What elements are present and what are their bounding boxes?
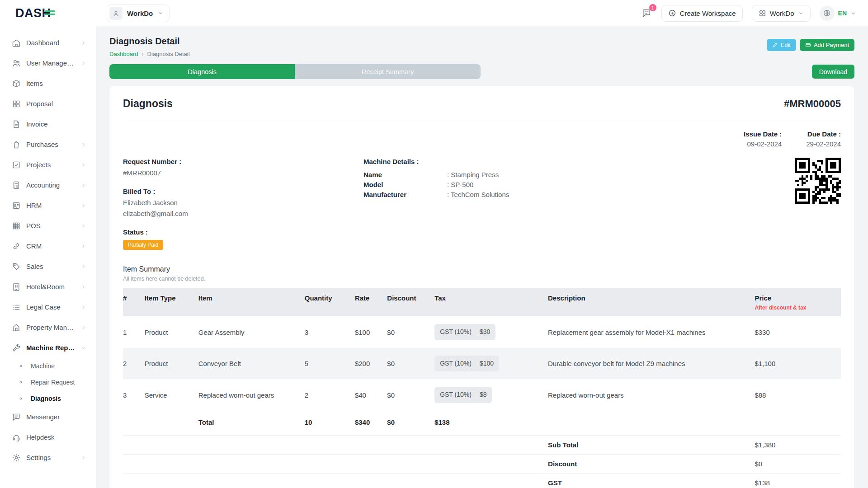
sidebar-item-items[interactable]: Items [5,73,91,94]
sidebar: DASH Dashboard User Management Items [0,0,96,488]
items-table-header: # Item Type Item Quantity Rate Discount … [123,288,841,317]
invoice-icon [12,120,21,129]
card-body: Issue Date : 09-02-2024 Due Date : 29-02… [109,121,854,488]
chevron-right-icon [80,182,87,188]
breadcrumb-current: Diagnosis Detail [147,51,190,57]
hrm-icon [12,201,21,210]
sidebar-item-hotel-room[interactable]: Hotel&Room [5,277,91,297]
machine-detail-row: Name : Stamping Press [363,171,790,178]
topbar-right: 1 Create Workspace WorkDo [641,5,856,22]
main-column: WorkDo 1 Create Workspace WorkDo [96,0,868,488]
tab-diagnosis[interactable]: Diagnosis [109,64,295,79]
dot-icon [16,394,25,403]
edit-button[interactable]: Edit [767,39,796,51]
col-tax: Tax [434,293,548,303]
machine-details-column: Machine Details : Name : Stamping Press [363,158,790,201]
sidebar-item-sales[interactable]: Sales [5,256,91,277]
issue-date-label: Issue Date : [744,130,782,138]
sidebar-item-settings[interactable]: Settings [5,447,91,468]
request-number-label: Request Number : [123,158,363,165]
chevron-right-icon [80,40,87,46]
card-header: Diagnosis #MRM00005 [123,86,841,121]
cell-description: Durable conveyor belt for Model-Z9 machi… [548,359,755,368]
cell-discount: $0 [387,359,434,368]
cell-rate: $200 [355,359,387,368]
tab-receipt-summary[interactable]: Receipt Summary [295,64,480,79]
sidebar-item-legal-case[interactable]: Legal Case [5,297,91,317]
cell-no: 1 [123,328,145,337]
due-date-block: Due Date : 29-02-2024 [806,130,841,148]
credit-card-icon [805,42,811,48]
machine-detail-row: Model : SP-500 [363,181,790,188]
sidebar-item-accounting[interactable]: Accounting [5,175,91,195]
sidebar-item-machine[interactable]: Machine [5,358,91,374]
user-management-icon [12,59,21,68]
workspace-label: WorkDo [127,9,153,17]
total-label: Total [198,418,305,427]
tabs: Diagnosis Receipt Summary [109,64,481,79]
document-number: #MRM00005 [784,98,841,110]
plus-circle-icon [668,9,676,17]
page-actions: Edit Add Payment [767,39,854,51]
col-price: Price After discount & tax [755,293,841,312]
create-workspace-button[interactable]: Create Workspace [661,5,743,22]
add-payment-button[interactable]: Add Payment [800,39,854,51]
sidebar-item-repair-request[interactable]: Repair Request [5,374,91,390]
sidebar-item-proposal[interactable]: Proposal [5,94,91,114]
col-quantity: Quantity [305,293,355,303]
messages-button[interactable]: 1 [641,7,652,19]
cell-item-type: Product [145,328,198,337]
col-item: Item [198,293,305,303]
items-table-body: 1 Product Gear Assembly 3 $100 $0 GST (1… [123,316,841,411]
issue-date-value: 09-02-2024 [744,140,782,148]
cell-price: $330 [755,328,841,337]
dot-icon [16,378,25,387]
app-root: DASH Dashboard User Management Items [0,0,868,488]
dot-icon [16,361,25,371]
helpdesk-icon [12,433,21,442]
workspace-selector[interactable]: WorkDo [107,5,170,22]
sidebar-item-crm[interactable]: CRM [5,236,91,256]
sidebar-nav: Dashboard User Management Items [0,26,96,488]
table-row: 2 Product Conveyor Belt 5 $200 $0 GST (1… [123,348,841,380]
breadcrumb: Dashboard › Diagnosis Detail [109,51,190,57]
billed-to-label: Billed To : [123,188,363,195]
sidebar-item-dashboard[interactable]: Dashboard [5,33,91,53]
qr-column [790,158,841,204]
download-button[interactable]: Download [812,65,854,79]
language-selector[interactable]: EN [820,6,856,21]
total-tax: $138 [434,418,548,427]
sidebar-item-hrm[interactable]: HRM [5,195,91,216]
chevron-down-icon [157,10,164,16]
breadcrumb-dashboard-link[interactable]: Dashboard [109,51,138,57]
brand-name-accent: H [42,6,51,20]
sidebar-item-purchases[interactable]: Purchases [5,134,91,155]
sidebar-item-helpdesk[interactable]: Helpdesk [5,427,91,447]
sidebar-item-property-manage[interactable]: Property Manage [5,317,91,338]
sidebar-item-invoice[interactable]: Invoice [5,114,91,134]
item-summary-note: All items here cannot be deleted. [123,276,841,282]
sidebar-item-projects[interactable]: Projects [5,155,91,175]
sidebar-item-machine-repair[interactable]: Machine Repair [5,338,91,358]
chevron-right-icon [80,263,87,270]
crm-icon [12,242,21,251]
summary-row: Discount $0 [123,454,841,473]
sidebar-item-pos[interactable]: POS [5,216,91,236]
qr-code [795,158,841,204]
hotel-room-icon [12,282,21,291]
chevron-down-icon [798,10,804,16]
issue-date-block: Issue Date : 09-02-2024 [744,130,782,148]
status-badge: Partialy Paid [123,240,163,250]
brand-logo[interactable]: DASH [0,0,96,26]
col-rate: Rate [355,293,387,303]
chevron-right-icon [80,141,87,148]
cell-price: $88 [755,390,841,400]
sidebar-item-user-management[interactable]: User Management [5,53,91,73]
chevron-right-icon [80,202,87,209]
cell-discount: $0 [387,328,434,337]
settings-icon [12,453,21,462]
sidebar-item-messenger[interactable]: Messenger [5,407,91,427]
col-discount: Discount [387,293,434,303]
workdo-apps-button[interactable]: WorkDo [752,5,811,22]
sidebar-item-diagnosis[interactable]: Diagnosis [5,390,91,407]
